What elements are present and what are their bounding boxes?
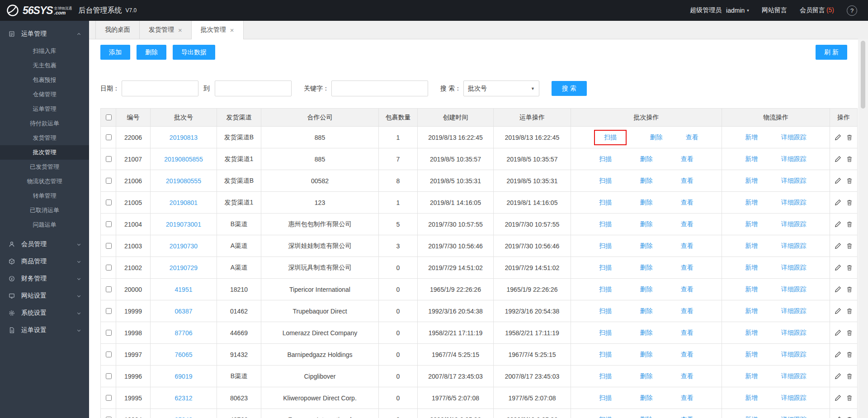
trash-icon[interactable] [846, 329, 853, 336]
view-link[interactable]: 查看 [681, 416, 693, 418]
edit-pencil-icon[interactable] [835, 373, 841, 380]
row-checkbox[interactable] [106, 134, 112, 140]
edit-pencil-icon[interactable] [835, 156, 841, 162]
trash-icon[interactable] [846, 416, 853, 418]
view-link[interactable]: 查看 [681, 177, 693, 185]
scan-link[interactable]: 扫描 [599, 394, 612, 402]
batch-no-link[interactable]: 06387 [151, 300, 217, 322]
sidebar-subitem[interactable]: 待付款运单 [0, 116, 89, 131]
select-all-checkbox[interactable] [106, 114, 112, 120]
site-messages-link[interactable]: 网站留言 [762, 6, 787, 14]
tab-batch-management[interactable]: 批次管理 × [192, 21, 244, 39]
edit-pencil-icon[interactable] [835, 329, 841, 336]
delete-link[interactable]: 删除 [640, 416, 653, 418]
delete-link[interactable]: 删除 [640, 329, 653, 337]
sidebar-subitem[interactable]: 包裹预报 [0, 73, 89, 87]
add-tracking-link[interactable]: 新增 [745, 372, 758, 380]
trash-icon[interactable] [846, 308, 853, 314]
edit-pencil-icon[interactable] [835, 134, 841, 141]
scan-link[interactable]: 扫描 [599, 329, 612, 337]
sidebar-section-system-settings[interactable]: 系统设置 [0, 304, 89, 322]
batch-no-link[interactable]: 76065 [151, 344, 217, 366]
add-tracking-link[interactable]: 新增 [745, 351, 758, 359]
detail-tracking-link[interactable]: 详细跟踪 [781, 242, 807, 250]
close-icon[interactable]: × [178, 27, 182, 33]
trash-icon[interactable] [846, 351, 853, 358]
delete-link[interactable]: 删除 [640, 220, 653, 228]
edit-pencil-icon[interactable] [835, 308, 841, 314]
delete-link[interactable]: 删除 [640, 155, 653, 163]
help-icon[interactable]: ? [847, 5, 857, 16]
edit-pencil-icon[interactable] [835, 242, 841, 249]
row-checkbox[interactable] [106, 156, 112, 162]
scrollbar[interactable] [858, 39, 868, 418]
batch-no-link[interactable]: 85248 [151, 409, 217, 418]
tab-shipping-management[interactable]: 发货管理 × [140, 21, 192, 39]
batch-no-link[interactable]: 2019073001 [151, 214, 217, 235]
sidebar-section-member-management[interactable]: 会员管理 [0, 236, 89, 253]
batch-no-link[interactable]: 20190729 [151, 257, 217, 279]
row-checkbox[interactable] [106, 178, 112, 184]
add-tracking-link[interactable]: 新增 [745, 199, 758, 207]
tab-my-desktop[interactable]: 我的桌面 [95, 21, 140, 39]
edit-pencil-icon[interactable] [835, 199, 841, 206]
user-menu[interactable]: iadmin ▾ [726, 7, 749, 14]
trash-icon[interactable] [846, 221, 853, 228]
batch-no-link[interactable]: 41951 [151, 279, 217, 300]
trash-icon[interactable] [846, 286, 853, 293]
batch-no-link[interactable]: 20190805855 [151, 148, 217, 170]
edit-pencil-icon[interactable] [835, 286, 841, 293]
delete-link[interactable]: 删除 [640, 372, 653, 380]
batch-no-link[interactable]: 62312 [151, 387, 217, 409]
view-link[interactable]: 查看 [681, 329, 693, 337]
date-to-input[interactable] [215, 81, 292, 96]
delete-link[interactable]: 删除 [640, 351, 653, 359]
detail-tracking-link[interactable]: 详细跟踪 [781, 155, 807, 163]
batch-no-link[interactable]: 2019080555 [151, 170, 217, 192]
scan-link[interactable]: 扫描 [599, 199, 612, 207]
sidebar-subitem[interactable]: 仓储管理 [0, 87, 89, 102]
delete-link[interactable]: 删除 [650, 133, 663, 142]
view-link[interactable]: 查看 [681, 285, 693, 294]
search-button[interactable]: 搜 索 [552, 81, 587, 96]
date-from-input[interactable] [122, 81, 198, 96]
sidebar-section-website-settings[interactable]: 网站设置 [0, 287, 89, 304]
batch-no-link[interactable]: 69019 [151, 366, 217, 387]
row-checkbox[interactable] [106, 286, 112, 292]
add-tracking-link[interactable]: 新增 [745, 394, 758, 402]
detail-tracking-link[interactable]: 详细跟踪 [781, 416, 807, 418]
trash-icon[interactable] [846, 199, 853, 206]
edit-pencil-icon[interactable] [835, 351, 841, 358]
scan-link[interactable]: 扫描 [599, 264, 612, 272]
batch-no-link[interactable]: 20190813 [151, 127, 217, 148]
detail-tracking-link[interactable]: 详细跟踪 [781, 372, 807, 380]
batch-no-link[interactable]: 20190801 [151, 192, 217, 214]
edit-pencil-icon[interactable] [835, 264, 841, 271]
add-tracking-link[interactable]: 新增 [745, 416, 758, 418]
sidebar-subitem[interactable]: 无主包裹 [0, 58, 89, 73]
trash-icon[interactable] [846, 177, 853, 184]
row-checkbox[interactable] [106, 373, 112, 379]
close-icon[interactable]: × [230, 27, 234, 33]
edit-pencil-icon[interactable] [835, 221, 841, 228]
add-tracking-link[interactable]: 新增 [745, 133, 758, 142]
scan-link[interactable]: 扫描 [599, 242, 612, 250]
detail-tracking-link[interactable]: 详细跟踪 [781, 133, 807, 142]
scan-link[interactable]: 扫描 [599, 220, 612, 228]
trash-icon[interactable] [846, 373, 853, 380]
add-tracking-link[interactable]: 新增 [745, 307, 758, 315]
scan-link[interactable]: 扫描 [599, 307, 612, 315]
sidebar-subitem[interactable]: 已发货管理 [0, 160, 89, 174]
trash-icon[interactable] [846, 394, 853, 401]
row-checkbox[interactable] [106, 352, 112, 357]
sidebar-subitem[interactable]: 已取消运单 [0, 203, 89, 218]
detail-tracking-link[interactable]: 详细跟踪 [781, 307, 807, 315]
add-button[interactable]: 添加 [100, 45, 130, 60]
sidebar-subitem[interactable]: 批次管理 [0, 145, 89, 160]
detail-tracking-link[interactable]: 详细跟踪 [781, 329, 807, 337]
keyword-input[interactable] [331, 81, 428, 96]
row-checkbox[interactable] [106, 330, 112, 336]
sidebar-subitem[interactable]: 物流状态管理 [0, 174, 89, 189]
view-link[interactable]: 查看 [681, 242, 693, 250]
search-type-select[interactable]: 批次号 ▼ [463, 81, 539, 96]
